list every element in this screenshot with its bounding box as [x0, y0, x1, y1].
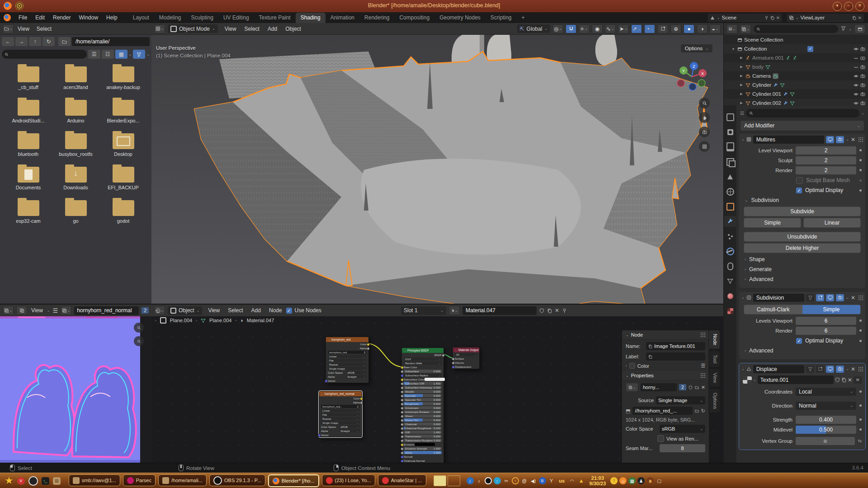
zoom-in-icon[interactable]: [134, 323, 144, 333]
list-icon[interactable]: ☰: [701, 363, 705, 369]
optimal-display-checkbox[interactable]: ✓: [796, 188, 802, 193]
socket-dot[interactable]: [401, 460, 404, 463]
delete-modifier-icon[interactable]: ✕: [851, 366, 855, 372]
display-render-toggle[interactable]: [836, 136, 844, 143]
display-viewport-toggle[interactable]: [826, 366, 834, 373]
tray-icon[interactable]: us: [557, 477, 567, 484]
node-row[interactable]: Emission ⌄: [402, 442, 443, 446]
folder-item[interactable]: Arduino: [52, 100, 99, 123]
outliner-row[interactable]: ▶ Camera ✓: [724, 71, 868, 80]
terminal-launcher-icon[interactable]: ›_: [42, 477, 49, 485]
socket-dot[interactable]: [401, 390, 404, 394]
tray-icon[interactable]: ◠: [569, 477, 576, 484]
up-button[interactable]: ↑: [29, 37, 41, 46]
zoom-out-icon[interactable]: [134, 336, 144, 346]
blender-menu-icon[interactable]: [4, 14, 11, 21]
node-row[interactable]: Metallic 0.000 ⌄: [402, 389, 443, 394]
scene-selector[interactable]: ⌄ Scene ✕: [707, 13, 783, 23]
simple-button[interactable]: Simple: [744, 218, 801, 228]
workspace-tab[interactable]: +: [517, 13, 530, 23]
shading-rendered-button[interactable]: ◒⌄: [710, 24, 721, 33]
node-row[interactable]: Displacement ⌄: [453, 365, 479, 369]
tray-icon[interactable]: i: [467, 477, 474, 484]
node-row[interactable]: Sheen 0.000 ⌄: [402, 414, 443, 418]
folder-item[interactable]: godot: [99, 200, 147, 224]
delete-higher-button[interactable]: Delete Higher: [744, 243, 861, 253]
object-name[interactable]: Armature.001: [752, 55, 784, 61]
proportional-edit-button[interactable]: ◉: [592, 24, 603, 33]
hide-eye-icon[interactable]: [854, 56, 859, 61]
node-row[interactable]: Alpha 1.000 ⌄: [402, 450, 443, 455]
slot-dropdown[interactable]: Slot 1⌄: [401, 306, 446, 315]
node-row[interactable]: Flat ⌄: [319, 413, 362, 417]
node-row[interactable]: Flat ⌄: [326, 358, 368, 362]
socket-dot[interactable]: [401, 374, 404, 377]
socket-dot[interactable]: [452, 361, 455, 365]
object-name[interactable]: Scene Collection: [744, 37, 783, 42]
node-row[interactable]: Volume ⌄: [453, 361, 479, 365]
catmull-clark-button[interactable]: Catmull-Clark: [744, 305, 802, 314]
node-row[interactable]: Specular 0.500 ⌄: [402, 394, 443, 398]
folder-item[interactable]: EFI_BACKUP: [99, 167, 147, 190]
menu-item[interactable]: Help: [102, 14, 122, 21]
expand-arrow[interactable]: ▶: [739, 101, 744, 105]
simple-toggle-button[interactable]: Simple: [802, 305, 861, 314]
fake-user-shield-icon[interactable]: [539, 308, 544, 313]
sidebar-tab[interactable]: Node: [708, 330, 720, 349]
socket-dot[interactable]: [442, 354, 445, 357]
texture-properties-toggle[interactable]: ⊟: [854, 376, 862, 384]
tray-icon[interactable]: B: [539, 477, 546, 484]
pivot-dropdown[interactable]: ◎⌄: [552, 24, 563, 33]
expand-arrow[interactable]: ▶: [739, 83, 744, 87]
socket-dot[interactable]: [401, 399, 404, 402]
hide-eye-icon[interactable]: [854, 92, 859, 97]
outliner-row[interactable]: Scene Collection ✓: [724, 35, 868, 44]
vivaldi-launcher-icon[interactable]: V: [17, 477, 25, 485]
task-button[interactable]: Blender* [/ho...: [268, 474, 319, 487]
folder-item[interactable]: acers3fand: [52, 66, 99, 90]
snap-dropdown[interactable]: ⊪⌄: [579, 24, 590, 33]
folder-item[interactable]: Documents: [5, 167, 52, 190]
node-row[interactable]: IOR 1.450 ⌄: [402, 430, 443, 434]
add-modifier-button[interactable]: Add Modifier⌄: [740, 120, 864, 131]
task-button[interactable]: smb://awv@1...: [69, 474, 120, 486]
node-row[interactable]: Alpha Straight ⌄: [326, 375, 368, 379]
source-dropdown[interactable]: Single Image⌄: [656, 396, 705, 404]
socket-dot[interactable]: [401, 451, 404, 455]
workspace-1[interactable]: [434, 475, 446, 486]
midlevel-slider[interactable]: 0.500: [796, 426, 856, 434]
node-section-label[interactable]: Node: [631, 332, 643, 338]
outliner-row[interactable]: ▶ Cylinder ✓: [724, 80, 868, 89]
copy-icon[interactable]: [841, 377, 846, 382]
socket-dot[interactable]: [401, 443, 404, 446]
node-row[interactable]: Linear ⌄: [326, 354, 368, 358]
node-row[interactable]: BSDF ⌄: [402, 353, 443, 357]
node-row[interactable]: Alpha Straight ⌄: [319, 429, 362, 433]
sidebar-tab[interactable]: Options: [708, 389, 720, 413]
shield-icon[interactable]: [689, 385, 693, 389]
close-button[interactable]: ✕: [855, 2, 864, 11]
tray-icon[interactable]: ↑: [494, 477, 501, 484]
new-collection-button[interactable]: [854, 24, 865, 33]
socket-dot[interactable]: [401, 407, 404, 410]
tray-icon[interactable]: !: [610, 477, 618, 484]
camera-view-icon[interactable]: [699, 127, 710, 137]
collapsed-section[interactable]: ›Advanced: [739, 274, 865, 284]
number-field[interactable]: 2: [796, 146, 856, 155]
menu-item[interactable]: Render: [49, 14, 75, 21]
outliner-row[interactable]: ▶ Armature.001 ✓: [724, 53, 868, 62]
menu-item[interactable]: View: [223, 26, 238, 32]
unlink-icon[interactable]: ✕: [776, 15, 780, 20]
cage-toggle[interactable]: [816, 366, 824, 373]
properties-tab[interactable]: [724, 171, 736, 182]
file-search-input[interactable]: [2, 50, 87, 59]
number-field[interactable]: 6: [796, 317, 856, 325]
editor-type-button[interactable]: ⌄: [3, 306, 14, 315]
unlink-icon[interactable]: ✕: [701, 385, 705, 390]
task-button[interactable]: (23) I Lose, Yo...: [322, 474, 375, 486]
filter-chevron[interactable]: ⌄: [146, 52, 150, 56]
color-section-label[interactable]: Color: [637, 363, 649, 369]
folder-item[interactable]: Desktop: [99, 133, 147, 157]
copy-icon[interactable]: [547, 308, 552, 313]
image-name-field[interactable]: horny...: [641, 383, 677, 391]
